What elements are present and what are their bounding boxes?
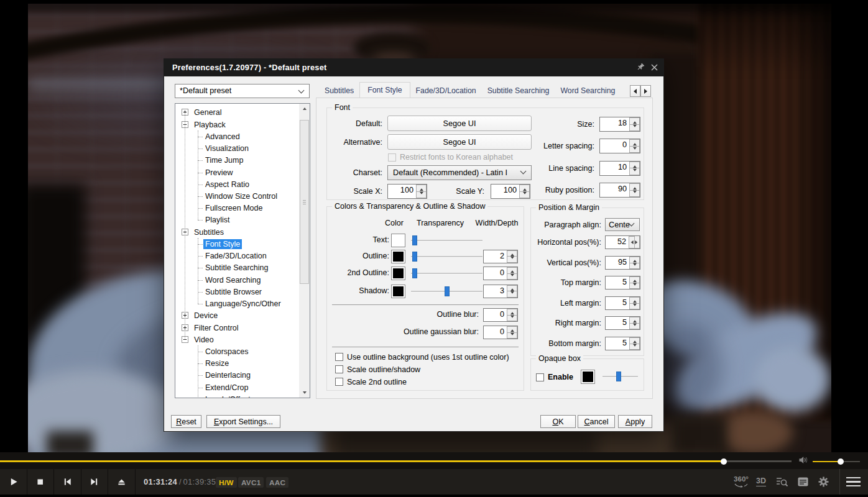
spin-up-button[interactable] — [629, 162, 640, 169]
top-margin-spinner[interactable]: 5 — [605, 276, 640, 290]
use-outline-background-checkbox-row[interactable]: Use outline background (uses 1st outline… — [335, 353, 509, 362]
tree-item-colorspaces[interactable]: Colorspaces — [175, 345, 299, 357]
tree-item-label[interactable]: Device — [192, 311, 219, 321]
tree-item-label[interactable]: Subtitle Browser — [203, 287, 264, 297]
eject-button[interactable] — [108, 469, 136, 495]
spin-down-button[interactable] — [629, 324, 640, 330]
tab-subtitles[interactable]: Subtitles — [319, 84, 359, 98]
spin-up-button[interactable] — [629, 257, 640, 263]
stop-button[interactable] — [27, 469, 55, 495]
tree-item-label[interactable]: Fullscreen Mode — [203, 203, 264, 213]
checkbox-unchecked-icon[interactable] — [335, 365, 343, 373]
tab-subtitle-searching[interactable]: Subtitle Searching — [482, 84, 555, 98]
paragraph-align-combobox[interactable]: Cente — [605, 218, 640, 231]
tree-item-label[interactable]: Fade/3D/Location — [203, 251, 269, 261]
tree-item-window-size-control[interactable]: Window Size Control — [175, 190, 299, 202]
tree-item-label[interactable]: Window Size Control — [203, 191, 279, 201]
checkbox-unchecked-icon[interactable] — [388, 153, 396, 162]
tree-item-label[interactable]: Time Jump — [203, 155, 245, 165]
alternative-font-button[interactable]: Segoe UI — [387, 134, 532, 150]
tab-font-style[interactable]: Font Style — [359, 82, 410, 98]
3d-mode-button[interactable]: 3D — [750, 469, 772, 495]
tree-item-subtitles[interactable]: Subtitles — [175, 226, 299, 238]
size-spinner[interactable]: 18 — [599, 117, 640, 132]
spin-down-button[interactable] — [507, 274, 517, 280]
reset-button[interactable]: Reset — [171, 415, 201, 428]
tree-item-label[interactable]: Filter Control — [192, 323, 241, 333]
seekbar[interactable] — [0, 460, 792, 462]
spin-down-button[interactable] — [519, 192, 530, 199]
slider-thumb[interactable] — [445, 286, 450, 296]
tree-item-label[interactable]: Colorspaces — [203, 347, 250, 357]
spin-down-button[interactable] — [629, 283, 640, 290]
tree-item-label[interactable]: Levels/Offset — [203, 394, 252, 398]
spin-up-button[interactable] — [629, 139, 640, 147]
shadow-color-swatch[interactable] — [391, 285, 405, 298]
spin-down-button[interactable] — [507, 333, 517, 339]
tree-item-label[interactable]: Language/Sync/Other — [203, 299, 283, 309]
spin-up-button[interactable] — [507, 326, 517, 333]
spin-left-button[interactable] — [629, 236, 635, 248]
tree-item-word-searching[interactable]: Word Searching — [175, 274, 299, 286]
outline-width-spinner[interactable]: 2 — [483, 250, 518, 263]
tree-item-language-sync-other[interactable]: Language/Sync/Other — [175, 298, 299, 309]
apply-button[interactable]: Apply — [618, 415, 652, 428]
text-transparency-slider[interactable] — [411, 235, 482, 246]
tree-item-general[interactable]: General — [175, 107, 299, 119]
spin-down-button[interactable] — [507, 257, 517, 263]
ok-button[interactable]: OK — [540, 415, 576, 428]
tree-item-subtitle-searching[interactable]: Subtitle Searching — [175, 262, 299, 274]
vertical-pos-spinner[interactable]: 95 — [605, 256, 640, 270]
close-button[interactable] — [647, 58, 662, 76]
spin-up-button[interactable] — [629, 276, 640, 283]
spin-down-button[interactable] — [629, 168, 640, 175]
spin-down-button[interactable] — [629, 263, 640, 270]
spin-up-button[interactable] — [416, 185, 427, 192]
volume-slider[interactable] — [813, 461, 860, 462]
pin-button[interactable] — [633, 58, 648, 76]
tab-word-searching[interactable]: Word Searching — [555, 84, 621, 98]
spin-down-button[interactable] — [629, 191, 640, 198]
settings-gear-button[interactable] — [813, 469, 834, 495]
next-button[interactable] — [81, 469, 109, 495]
subtitle-search-button[interactable] — [772, 469, 793, 495]
spin-up-button[interactable] — [507, 285, 517, 292]
scale-2nd-outline-checkbox-row[interactable]: Scale 2nd outline — [335, 378, 407, 386]
tree-item-playlist[interactable]: Playlist — [175, 214, 299, 226]
tree-item-label[interactable]: Font Style — [203, 239, 242, 249]
ruby-position-spinner[interactable]: 90 — [599, 183, 640, 198]
right-margin-spinner[interactable]: 5 — [605, 316, 640, 330]
tree-item-label[interactable]: Resize — [203, 358, 231, 368]
opaque-enable-checkbox-row[interactable]: Enable — [536, 373, 573, 381]
tree-item-label[interactable]: Aspect Ratio — [203, 180, 251, 189]
export-settings-button[interactable]: Export Settings... — [206, 415, 280, 428]
spin-up-button[interactable] — [629, 297, 640, 304]
text-color-swatch[interactable] — [391, 234, 405, 247]
tree-item-visualization[interactable]: Visualization — [175, 142, 299, 154]
preset-combobox[interactable]: *Default preset — [175, 84, 310, 98]
menu-button[interactable] — [843, 469, 863, 495]
tree-item-video[interactable]: Video — [175, 334, 299, 345]
tree-item-label[interactable]: Visualization — [203, 144, 251, 153]
spin-down-button[interactable] — [629, 125, 640, 132]
spin-down-button[interactable] — [416, 192, 427, 199]
letter-spacing-spinner[interactable]: 0 — [599, 139, 640, 153]
tree-item-device[interactable]: Device — [175, 310, 299, 322]
tree-item-label[interactable]: General — [192, 107, 223, 117]
previous-button[interactable] — [54, 469, 81, 495]
volume-icon[interactable] — [798, 455, 810, 466]
tree-item-fade-3d-location[interactable]: Fade/3D/Location — [175, 250, 299, 262]
checkbox-unchecked-icon[interactable] — [536, 373, 544, 381]
tree-item-levels-offset[interactable]: Levels/Offset — [175, 393, 299, 398]
tree-item-label[interactable]: Word Searching — [203, 275, 262, 285]
tree-item-filter-control[interactable]: Filter Control — [175, 322, 299, 334]
tree-item-resize[interactable]: Resize — [175, 358, 299, 370]
tree-item-extend-crop[interactable]: Extend/Crop — [175, 381, 299, 393]
checkbox-unchecked-icon[interactable] — [335, 378, 343, 386]
horizontal-pos-spinner[interactable]: 52 — [605, 235, 640, 249]
outline-color-swatch[interactable] — [391, 250, 405, 263]
spin-up-button[interactable] — [507, 309, 517, 316]
line-spacing-spinner[interactable]: 10 — [599, 161, 640, 176]
outline-transparency-slider[interactable] — [411, 251, 482, 262]
tree-item-label[interactable]: Preview — [203, 168, 234, 178]
